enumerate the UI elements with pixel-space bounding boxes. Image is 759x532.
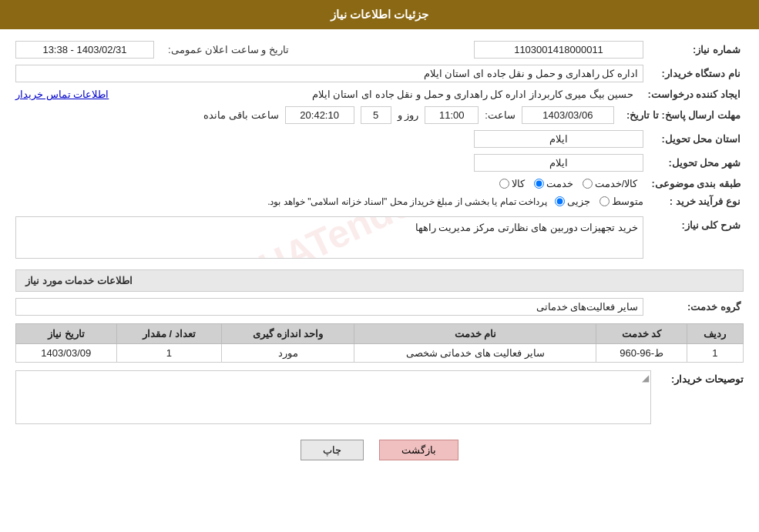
category-label: طبقه بندی موضوعی: <box>645 178 744 189</box>
buyer-desc-row: توصیحات خریدار: ◢ <box>15 370 744 424</box>
table-row: 1 ط-96-960 سایر فعالیت های خدماتی شخصی م… <box>16 344 744 363</box>
buyer-desc-box: ◢ <box>15 370 651 424</box>
process-label: نوع فرآیند خرید : <box>651 196 744 207</box>
process-motavasset-label: متوسط <box>612 196 643 207</box>
page-title: جزئیات اطلاعات نیاز <box>331 8 428 21</box>
deadline-remaining: 20:42:10 <box>285 106 354 124</box>
creator-name: حسین بیگ میری کاربرداز اداره کل راهداری … <box>116 89 633 100</box>
services-table-section: ردیف کد خدمت نام خدمت واحد اندازه گیری ت… <box>15 323 744 363</box>
cell-unit: مورد <box>222 344 354 363</box>
service-group-label: گروه خدمت: <box>651 301 744 313</box>
cell-code: ط-96-960 <box>596 344 687 363</box>
category-khedmat-label: خدمت <box>546 178 573 189</box>
deadline-days: 5 <box>361 106 391 124</box>
deadline-time-label: ساعت: <box>485 109 516 121</box>
province-value: ایلام <box>474 130 643 148</box>
process-jozii-label: جزیی <box>567 196 590 207</box>
col-header-name: نام خدمت <box>354 324 596 344</box>
cell-name: سایر فعالیت های خدماتی شخصی <box>354 344 596 363</box>
province-label: استان محل تحویل: <box>651 133 744 145</box>
process-radio-group: متوسط جزیی <box>555 196 643 207</box>
category-radio-group: کالا/خدمت خدمت کالا <box>499 178 638 189</box>
cell-qty: 1 <box>116 344 222 363</box>
contact-link[interactable]: اطلاعات تماس خریدار <box>15 89 109 100</box>
deadline-time: 11:00 <box>425 106 479 124</box>
org-name-value: اداره کل راهداری و حمل و نقل جاده ای است… <box>15 65 643 82</box>
announce-datetime-label: تاریخ و ساعت اعلان عمومی: <box>162 44 289 55</box>
creator-label: ایجاد کننده درخواست: <box>641 89 744 100</box>
process-option-motavasset[interactable]: متوسط <box>599 196 643 207</box>
cell-row: 1 <box>687 344 743 363</box>
col-header-unit: واحد اندازه گیری <box>222 324 354 344</box>
category-option-kala[interactable]: کالا <box>499 178 525 189</box>
process-note: پرداخت تمام یا بخشی از مبلغ خریداز محل "… <box>15 196 547 207</box>
deadline-date: 1403/03/06 <box>522 106 614 124</box>
need-number-value: 1103001418000011 <box>474 41 643 59</box>
category-kala-label: کالا <box>512 178 525 189</box>
deadline-remaining-label: ساعت باقی مانده <box>203 109 278 121</box>
watermark: AHATender <box>227 216 432 259</box>
resize-handle-icon: ◢ <box>638 371 650 383</box>
col-header-date: تاریخ نیاز <box>16 324 117 344</box>
description-label: شرح کلی نیاز: <box>651 216 744 231</box>
deadline-days-label: روز و <box>398 109 419 121</box>
category-option-kala-khedmat[interactable]: کالا/خدمت <box>583 178 638 189</box>
deadline-label: مهلت ارسال پاسخ: تا تاریخ: <box>620 109 744 121</box>
org-name-label: نام دستگاه خریدار: <box>651 68 744 79</box>
services-table: ردیف کد خدمت نام خدمت واحد اندازه گیری ت… <box>15 323 744 363</box>
col-header-qty: تعداد / مقدار <box>116 324 222 344</box>
print-button[interactable]: چاپ <box>301 440 364 460</box>
city-value: ایلام <box>474 154 643 172</box>
process-option-jozii[interactable]: جزیی <box>555 196 590 207</box>
category-option-khedmat[interactable]: خدمت <box>534 178 573 189</box>
category-kala-khedmat-label: کالا/خدمت <box>595 178 638 189</box>
description-value: خرید تجهیزات دوربین های نظارتی مرکز مدیر… <box>415 222 638 233</box>
cell-date: 1403/03/09 <box>16 344 117 363</box>
description-box: AHATender خرید تجهیزات دوربین های نظارتی… <box>15 216 643 259</box>
service-group-value: سایر فعالیت‌های خدماتی <box>15 298 643 316</box>
city-label: شهر محل تحویل: <box>651 157 744 169</box>
page-header: جزئیات اطلاعات نیاز <box>0 0 759 29</box>
back-button[interactable]: بازگشت <box>379 440 458 460</box>
col-header-row: ردیف <box>687 324 743 344</box>
buyer-desc-label: توصیحات خریدار: <box>651 370 744 385</box>
announce-datetime-value: 1403/02/31 - 13:38 <box>15 41 154 59</box>
services-section-title: اطلاعات خدمات مورد نیاز <box>15 269 744 292</box>
col-header-code: کد خدمت <box>596 324 687 344</box>
buttons-row: بازگشت چاپ <box>15 440 744 460</box>
need-number-label: شماره نیاز: <box>651 44 744 55</box>
